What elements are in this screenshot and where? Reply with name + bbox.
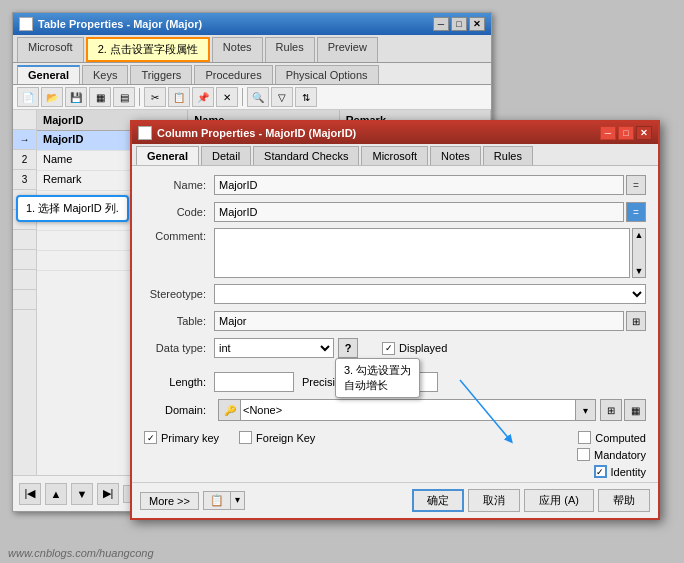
nav-prev[interactable]: ▲ [45,483,67,505]
mandatory-checkbox[interactable] [577,448,590,461]
col-header-empty [13,110,36,130]
col-tab-notes[interactable]: Notes [430,146,481,165]
foreign-key-checkbox[interactable] [239,431,252,444]
col-tab-standard-checks[interactable]: Standard Checks [253,146,359,165]
col-props-titlebar: ▤ Column Properties - MajorID (MajorID) … [132,122,658,144]
tab-notes[interactable]: Notes [212,37,263,62]
comment-input[interactable] [214,228,630,278]
domain-buttons: ⊞ ▦ [600,399,646,421]
table-props-controls: ─ □ ✕ [433,17,485,31]
col-tab-detail[interactable]: Detail [201,146,251,165]
dialog-split-main[interactable]: 📋 [203,491,231,510]
name-row: Name: = [144,174,646,196]
cancel-button[interactable]: 取消 [468,489,520,512]
subtab-physical[interactable]: Physical Options [275,65,379,84]
tb-new[interactable]: 📄 [17,87,39,107]
row-8-header [13,270,36,290]
row-6-header [13,230,36,250]
tb-cut[interactable]: ✂ [144,87,166,107]
table-props-close[interactable]: ✕ [469,17,485,31]
primary-key-checkbox[interactable]: ✓ [144,431,157,444]
domain-label: Domain: [144,404,214,416]
tb-save[interactable]: 💾 [65,87,87,107]
nav-first[interactable]: |◀ [19,483,41,505]
tb-delete[interactable]: ✕ [216,87,238,107]
col-more-btn[interactable]: More >> [140,492,199,510]
tab-preview[interactable]: Preview [317,37,378,62]
dialog-footer: More >> 📋 ▾ 确定 取消 应用 (A) 帮助 [132,482,658,518]
table-props-icon: ▦ [19,17,33,31]
ok-button[interactable]: 确定 [412,489,464,512]
stereotype-select[interactable] [214,284,646,304]
mandatory-label: Mandatory [594,449,646,461]
col-tab-general[interactable]: General [136,146,199,165]
table-input[interactable] [214,311,624,331]
tab-microsoft[interactable]: Microsoft [17,37,84,62]
tb-col[interactable]: ▤ [113,87,135,107]
displayed-checkbox[interactable]: ✓ [382,342,395,355]
datatype-help-btn[interactable]: ? [338,338,358,358]
mandatory-check-group: Mandatory [577,448,646,461]
name-btn[interactable]: = [626,175,646,195]
col-tab-rules[interactable]: Rules [483,146,533,165]
dialog-split-arrow[interactable]: ▾ [231,491,245,510]
domain-row: Domain: 🔑 ▾ ⊞ ▦ [132,397,658,423]
tb-open[interactable]: 📂 [41,87,63,107]
subtab-triggers[interactable]: Triggers [130,65,192,84]
nav-next[interactable]: ▼ [71,483,93,505]
code-label: Code: [144,206,214,218]
row-3-header[interactable]: 3 [13,170,36,190]
col-props-form: Name: = Code: = Comment: ▲ ▼ Stereotype: [132,166,658,372]
table-props-tabs2: General Keys Triggers Procedures Physica… [13,63,491,85]
help-button[interactable]: 帮助 [598,489,650,512]
code-input[interactable] [214,202,624,222]
row-header: → 2 3 [13,110,37,498]
domain-btn-2[interactable]: ▦ [624,399,646,421]
stereotype-row: Stereotype: [144,283,646,305]
col-tab-microsoft[interactable]: Microsoft [361,146,428,165]
row-1-header[interactable]: → [13,130,36,150]
comment-scrollbar[interactable]: ▲ ▼ [632,228,646,278]
col-props-title: Column Properties - MajorID (MajorID) [157,127,356,139]
tb-sort[interactable]: ⇅ [295,87,317,107]
primary-key-label: Primary key [161,432,219,444]
col-close[interactable]: ✕ [636,126,652,140]
col-minimize[interactable]: ─ [600,126,616,140]
table-props-minimize[interactable]: ─ [433,17,449,31]
domain-input[interactable] [241,400,575,420]
tb-sep1 [139,88,140,106]
table-props-titlebar: ▦ Table Properties - Major (Major) ─ □ ✕ [13,13,491,35]
col-maximize[interactable]: □ [618,126,634,140]
computed-check-group: Computed [578,431,646,444]
tb-filter[interactable]: ▽ [271,87,293,107]
datatype-select[interactable]: int [214,338,334,358]
row-2-header[interactable]: 2 [13,150,36,170]
nav-last[interactable]: ▶| [97,483,119,505]
table-browse-btn[interactable]: ⊞ [626,311,646,331]
code-btn[interactable]: = [626,202,646,222]
comment-row: Comment: ▲ ▼ [144,228,646,278]
stereotype-label: Stereotype: [144,288,214,300]
subtab-procedures[interactable]: Procedures [194,65,272,84]
tab-set-field[interactable]: 2. 点击设置字段属性 [86,37,210,62]
identity-checkbox[interactable]: ✓ [594,465,607,478]
length-input[interactable] [214,372,294,392]
computed-checkbox[interactable] [578,431,591,444]
subtab-keys[interactable]: Keys [82,65,128,84]
tb-table[interactable]: ▦ [89,87,111,107]
table-props-maximize[interactable]: □ [451,17,467,31]
subtab-general[interactable]: General [17,65,80,84]
identity-check-group: ✓ Identity [594,465,646,478]
datatype-row: Data type: int ? ✓ Displayed [144,337,646,359]
domain-dropdown-btn[interactable]: ▾ [575,400,595,420]
tab-rules[interactable]: Rules [265,37,315,62]
apply-button[interactable]: 应用 (A) [524,489,594,512]
annotation-3-text: 3. 勾选设置为自动增长 [344,364,411,391]
name-input[interactable] [214,175,624,195]
tb-paste[interactable]: 📌 [192,87,214,107]
tb-find[interactable]: 🔍 [247,87,269,107]
computed-label: Computed [595,432,646,444]
domain-btn-1[interactable]: ⊞ [600,399,622,421]
col-props-tabs: General Detail Standard Checks Microsoft… [132,144,658,166]
tb-copy[interactable]: 📋 [168,87,190,107]
